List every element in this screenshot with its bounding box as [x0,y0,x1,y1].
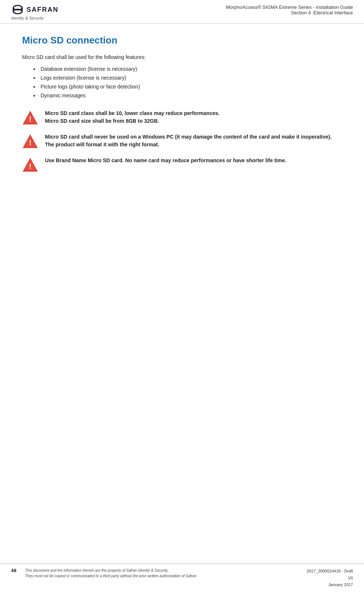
warning-text-1: Micro SD card class shall be 10, lower c… [45,109,220,125]
warning-icon-2: ! [22,133,38,149]
svg-text:!: ! [29,162,31,170]
feature-list: Database extension (license is necessary… [33,66,342,98]
header-left: SAFRAN Identity & Security [11,4,59,20]
svg-text:!: ! [29,139,31,147]
warning-text-3: Use Brand Name Micro SD card. No name ca… [45,157,286,164]
warning-item-2: ! Micro SD card shall never be used on a… [22,133,342,149]
logo-area: SAFRAN [11,4,59,15]
footer-doc-version: V0 [307,575,353,582]
warning-icon-3: ! [22,157,38,173]
svg-text:!: ! [29,115,31,123]
header-section: Section 4 :Electrical Interface [226,10,353,15]
footer-disclaimer: This document and the information therei… [25,568,196,579]
main-content: Micro SD connection Micro SD card shall … [0,24,364,195]
footer-page-number: 48 [11,568,20,573]
warning-item-3: ! Use Brand Name Micro SD card. No name … [22,157,342,173]
warning-text-2: Micro SD card shall never be used on a W… [45,133,342,149]
list-item: Dynamic messages [33,93,342,98]
warning-item-1: ! Micro SD card class shall be 10, lower… [22,109,342,126]
list-item: Picture logs (photo taking or face detec… [33,84,342,90]
footer-right: 2017_2000024418 - Draft V0 January 2017 [307,568,353,588]
warnings-area: ! Micro SD card class shall be 10, lower… [22,109,342,173]
footer-doc-ref: 2017_2000024418 - Draft [307,568,353,575]
page-header: SAFRAN Identity & Security MorphoAccess®… [0,0,364,24]
intro-text: Micro SD card shall be used for the foll… [22,54,342,60]
page-title: Micro SD connection [22,35,342,46]
page-footer: 48 This document and the information the… [0,564,364,592]
header-subtitle: Identity & Security [11,16,59,20]
footer-left: 48 This document and the information the… [11,568,196,579]
list-item: Logs extension (license is necessary) [33,75,342,81]
list-item: Database extension (license is necessary… [33,66,342,72]
header-doc-title: MorphoAccess® SIGMA Extreme Series - Ins… [226,4,353,10]
header-right: MorphoAccess® SIGMA Extreme Series - Ins… [226,4,353,15]
logo-text: SAFRAN [27,6,59,14]
safran-logo-icon [11,4,24,15]
footer-doc-date: January 2017 [307,581,353,588]
warning-icon-1: ! [22,109,38,126]
